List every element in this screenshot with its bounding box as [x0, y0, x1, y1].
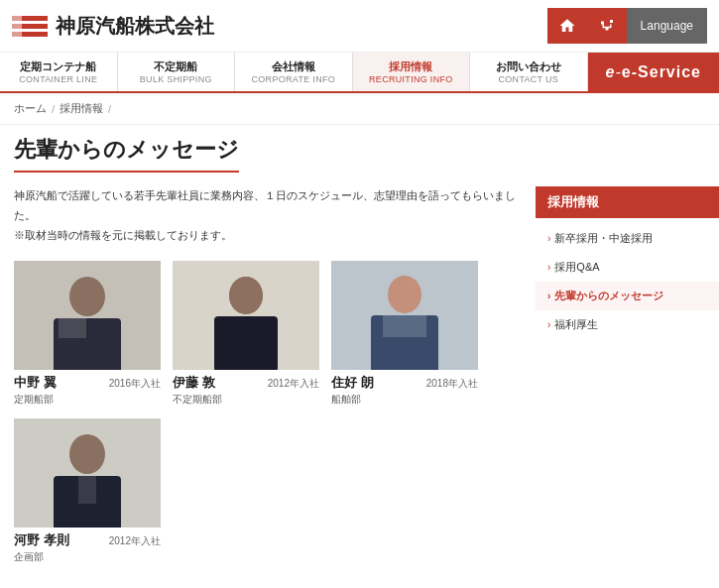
sitemap-icon — [598, 17, 616, 35]
nav-jp-1: 不定期船 — [154, 59, 197, 74]
nav-item-contact[interactable]: お問い合わせ CONTACT US — [470, 53, 588, 91]
person-dept-4: 企画部 — [14, 550, 161, 564]
svg-rect-19 — [78, 476, 96, 504]
person-name-2: 伊藤 敦 — [173, 374, 215, 392]
nav-en-2: CORPORATE INFO — [252, 74, 336, 84]
list-item: 中野 翼 2016年入社 定期船部 — [14, 261, 161, 407]
person-dept-2: 不定期船部 — [173, 393, 319, 407]
logo-text: 神原汽船株式会社 — [56, 13, 214, 40]
sidebar-arrow-3: › — [547, 319, 550, 330]
person-meta-4: 河野 孝則 2012年入社 — [14, 528, 161, 550]
person-name-3: 住好 朗 — [331, 374, 374, 392]
nav-en-4: CONTACT US — [498, 74, 558, 84]
main-content: 神原汽船で活躍している若手先輩社員に業務内容、１日のスケジュール、志望理由を語っ… — [0, 173, 536, 584]
person-silhouette-2 — [173, 261, 319, 370]
nav-item-container-line[interactable]: 定期コンテナ船 CONTAINER LINE — [0, 53, 118, 91]
nav-jp-0: 定期コンテナ船 — [20, 59, 96, 74]
sidebar-label-1: 採用Q&A — [554, 260, 599, 275]
nav-en-0: CONTAINER LINE — [19, 74, 97, 84]
nav-jp-4: お問い合わせ — [496, 59, 561, 74]
sidebar-item-new-recruit[interactable]: › 新卒採用・中途採用 — [536, 224, 719, 253]
sidebar-label-0: 新卒採用・中途採用 — [554, 231, 653, 246]
sidebar: 採用情報 › 新卒採用・中途採用 › 採用Q&A › 先輩からのメッセージ › … — [536, 173, 719, 584]
breadcrumb-sep1: / — [52, 103, 55, 115]
svg-rect-7 — [59, 318, 86, 338]
person-meta-3: 住好 朗 2018年入社 — [331, 370, 478, 393]
sidebar-section-title: 採用情報 — [536, 186, 719, 218]
sidebar-item-qa[interactable]: › 採用Q&A — [536, 253, 719, 282]
nav-jp-2: 会社情報 — [272, 59, 315, 74]
person-photo-1[interactable] — [14, 261, 161, 370]
breadcrumb-sep2: / — [108, 103, 111, 115]
person-name-4: 河野 孝則 — [14, 531, 69, 549]
svg-point-5 — [69, 277, 105, 316]
nav-item-container: 定期コンテナ船 CONTAINER LINE 不定期船 BULK SHIPPIN… — [0, 53, 588, 91]
intro-line2: ※取材当時の情報を元に掲載しております。 — [14, 226, 522, 246]
list-item: 伊藤 敦 2012年入社 不定期船部 — [173, 261, 319, 407]
nav-en-3: RECRUITING INFO — [369, 74, 453, 84]
person-photo-2[interactable] — [173, 261, 319, 370]
person-grid: 中野 翼 2016年入社 定期船部 伊藤 敦 2012年入社 — [14, 261, 522, 564]
nav-en-1: BULK SHIPPING — [140, 74, 212, 84]
nav-jp-3: 採用情報 — [389, 59, 432, 74]
intro-line1: 神原汽船で活躍している若手先輩社員に業務内容、１日のスケジュール、志望理由を語っ… — [14, 186, 522, 226]
nav-item-bulk[interactable]: 不定期船 BULK SHIPPING — [118, 53, 236, 91]
sidebar-arrow-1: › — [547, 262, 550, 273]
e-service-label: e-e-Service — [606, 63, 701, 81]
svg-point-11 — [229, 277, 263, 314]
list-item: 河野 孝則 2012年入社 企画部 — [14, 418, 161, 564]
page-title: 先輩からのメッセージ — [14, 135, 239, 173]
header-actions: Language — [547, 8, 707, 44]
svg-rect-3 — [12, 12, 22, 40]
person-meta-2: 伊藤 敦 2012年入社 — [173, 370, 319, 393]
sitemap-button[interactable] — [587, 8, 627, 44]
sidebar-item-message[interactable]: › 先輩からのメッセージ — [536, 282, 719, 310]
sidebar-item-welfare[interactable]: › 福利厚生 — [536, 310, 719, 339]
person-silhouette-3 — [331, 261, 478, 370]
person-photo-3[interactable] — [331, 261, 478, 370]
breadcrumb-recruiting[interactable]: 採用情報 — [60, 101, 103, 116]
svg-point-17 — [69, 434, 105, 474]
nav-item-corporate[interactable]: 会社情報 CORPORATE INFO — [235, 53, 353, 91]
person-silhouette-1 — [14, 261, 161, 370]
logo-icon — [12, 12, 48, 40]
person-dept-3: 船舶部 — [331, 393, 478, 407]
svg-point-13 — [388, 276, 421, 313]
person-year-4: 2012年入社 — [109, 534, 161, 548]
sidebar-label-3: 福利厚生 — [554, 317, 598, 332]
home-icon — [558, 17, 576, 35]
svg-rect-10 — [214, 316, 278, 370]
person-silhouette-4 — [14, 418, 161, 528]
person-name-1: 中野 翼 — [14, 374, 57, 392]
person-dept-1: 定期船部 — [14, 393, 161, 407]
sidebar-arrow-0: › — [547, 233, 550, 244]
home-button[interactable] — [547, 8, 587, 44]
list-item: 住好 朗 2018年入社 船舶部 — [331, 261, 478, 407]
person-year-2: 2012年入社 — [268, 377, 319, 391]
svg-rect-15 — [383, 315, 426, 337]
navigation: 定期コンテナ船 CONTAINER LINE 不定期船 BULK SHIPPIN… — [0, 53, 719, 93]
nav-item-recruiting[interactable]: 採用情報 RECRUITING INFO — [353, 53, 471, 91]
person-meta-1: 中野 翼 2016年入社 — [14, 370, 161, 393]
sidebar-label-2: 先輩からのメッセージ — [554, 289, 663, 303]
person-year-3: 2018年入社 — [426, 377, 478, 391]
content-area: 神原汽船で活躍している若手先輩社員に業務内容、１日のスケジュール、志望理由を語っ… — [0, 173, 719, 584]
breadcrumb-home[interactable]: ホーム — [14, 101, 47, 116]
logo-area: 神原汽船株式会社 — [12, 12, 214, 40]
language-button[interactable]: Language — [627, 8, 707, 44]
intro: 神原汽船で活躍している若手先輩社員に業務内容、１日のスケジュール、志望理由を語っ… — [14, 186, 522, 245]
breadcrumb: ホーム / 採用情報 / — [0, 93, 719, 125]
sidebar-arrow-2: › — [547, 291, 550, 301]
person-photo-4[interactable] — [14, 418, 161, 528]
language-label: Language — [641, 19, 693, 33]
header: 神原汽船株式会社 Language — [0, 0, 719, 53]
person-year-1: 2016年入社 — [109, 377, 161, 391]
page-title-wrap: 先輩からのメッセージ — [0, 125, 719, 173]
nav-service-button[interactable]: e-e-Service — [588, 53, 719, 91]
